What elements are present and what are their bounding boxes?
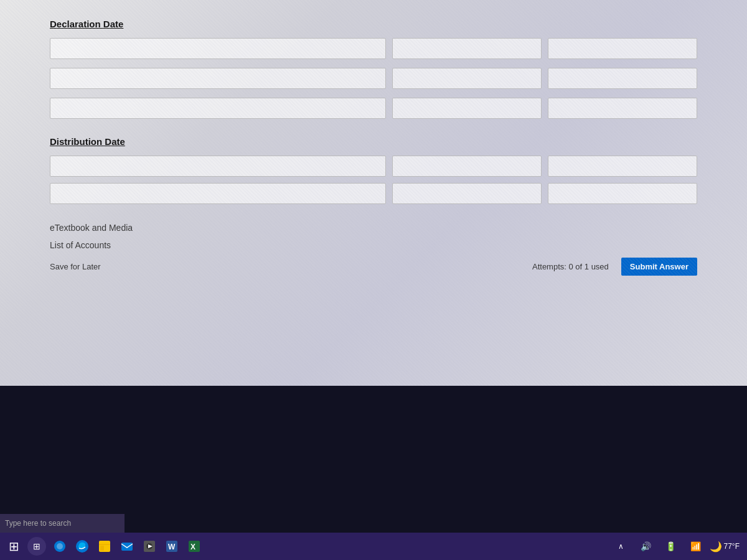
dark-background [0,386,747,533]
save-for-later-link[interactable]: Save for Later [50,262,101,271]
declaration-row2-col2[interactable] [392,68,542,89]
search-icon: ⊞ [33,541,40,551]
declaration-row-2 [50,68,697,89]
weather-widget[interactable]: 🌙 77°F [710,541,740,553]
distribution-row1-col3[interactable] [548,156,697,177]
distribution-row-1 [50,156,697,177]
svg-text:W: W [168,543,176,551]
taskbar-cortana-icon[interactable] [49,535,71,558]
declaration-row-1 [50,38,697,59]
declaration-row1-col2[interactable] [392,38,542,59]
screen-content: Declaration Date Distribution Date [0,0,747,560]
weather-icon: 🌙 [710,541,722,553]
distribution-row2-col1[interactable] [50,183,386,204]
submit-answer-button[interactable]: Submit Answer [621,258,697,276]
distribution-row2-col3[interactable] [548,183,697,204]
attempts-counter: Attempts: 0 of 1 used [532,262,609,271]
declaration-row2-col1[interactable] [50,68,386,89]
bottom-links: eTextbook and Media List of Accounts [50,223,697,250]
show-hidden-icons-button[interactable]: ∧ [610,535,632,558]
windows-taskbar: ⊞ ⊞ [0,533,747,560]
declaration-row3-col1[interactable] [50,98,386,119]
declaration-row3-col2[interactable] [392,98,542,119]
temperature-text: 77°F [724,542,740,551]
svg-rect-5 [121,543,133,551]
taskbar-excel-icon[interactable]: X [183,535,205,558]
declaration-row1-col3[interactable] [548,38,697,59]
main-area: Declaration Date Distribution Date [0,0,747,386]
svg-rect-4 [100,546,104,551]
distribution-row-2 [50,183,697,204]
distribution-row1-col1[interactable] [50,156,386,177]
system-tray: ∧ 🔊 🔋 📶 🌙 77°F [610,535,745,558]
taskbar-word-icon[interactable]: W [161,535,183,558]
distribution-row2-col2[interactable] [392,183,542,204]
declaration-row1-col1[interactable] [50,38,386,59]
declaration-row3-col3[interactable] [548,98,697,119]
declaration-date-label: Declaration Date [50,19,697,29]
windows-start-button[interactable]: ⊞ [2,535,25,558]
taskbar-explorer-icon[interactable] [93,535,116,558]
list-of-accounts-link[interactable]: List of Accounts [50,240,697,250]
svg-point-1 [57,543,63,549]
search-placeholder-text: Type here to search [5,519,71,528]
taskbar-edge-icon[interactable] [71,535,93,558]
taskbar-search-button[interactable]: ⊞ [27,537,46,556]
taskbar-mail-icon[interactable] [116,535,138,558]
network-icon[interactable]: 📶 [685,535,707,558]
volume-icon[interactable]: 🔊 [635,535,657,558]
battery-icon[interactable]: 🔋 [660,535,682,558]
declaration-row2-col3[interactable] [548,68,697,89]
distribution-section: Distribution Date [50,136,697,204]
distribution-row1-col2[interactable] [392,156,542,177]
taskbar-media-icon[interactable] [138,535,161,558]
etextbook-link[interactable]: eTextbook and Media [50,223,697,233]
declaration-row-3 [50,98,697,119]
bottom-actions: Save for Later Attempts: 0 of 1 used Sub… [50,258,697,276]
search-bar-area: Type here to search [0,514,125,533]
distribution-date-label: Distribution Date [50,136,697,147]
svg-text:X: X [190,543,195,551]
declaration-section: Declaration Date [50,19,697,119]
